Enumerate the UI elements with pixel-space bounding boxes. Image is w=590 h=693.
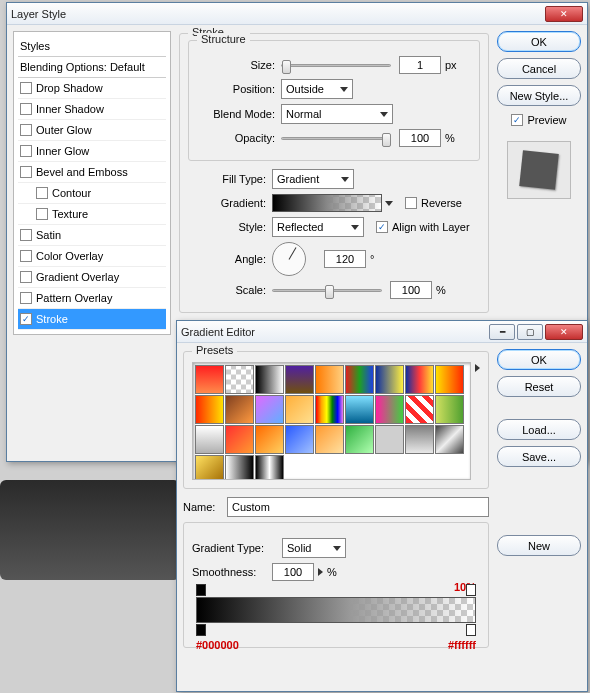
minimize-icon[interactable]: ━: [489, 324, 515, 340]
name-field[interactable]: Custom: [227, 497, 489, 517]
preset-swatch[interactable]: [255, 455, 284, 480]
opacity-value[interactable]: 100: [399, 129, 441, 147]
opacity-stop-left[interactable]: [196, 584, 206, 596]
gradient-editor-titlebar[interactable]: Gradient Editor ━ ▢ ✕: [177, 321, 587, 343]
preset-swatch[interactable]: [195, 455, 224, 480]
reverse-label: Reverse: [421, 197, 462, 209]
cancel-button[interactable]: Cancel: [497, 58, 581, 79]
preset-swatch[interactable]: [225, 425, 254, 454]
preset-swatch[interactable]: [255, 365, 284, 394]
style-item-contour[interactable]: Contour: [18, 183, 166, 204]
chevron-down-icon[interactable]: [385, 201, 393, 206]
style-item-checkbox[interactable]: [20, 166, 32, 178]
color-stop-left[interactable]: [196, 624, 206, 636]
scale-slider[interactable]: [272, 289, 382, 292]
style-item-texture[interactable]: Texture: [18, 204, 166, 225]
preset-swatch[interactable]: [375, 395, 404, 424]
size-unit: px: [445, 59, 457, 71]
layer-style-titlebar[interactable]: Layer Style ✕: [7, 3, 587, 25]
close-icon[interactable]: ✕: [545, 324, 583, 340]
style-item-stroke[interactable]: ✓Stroke: [18, 309, 166, 330]
preset-swatch[interactable]: [225, 365, 254, 394]
preset-menu-icon[interactable]: [475, 364, 480, 372]
style-item-inner-shadow[interactable]: Inner Shadow: [18, 99, 166, 120]
close-icon[interactable]: ✕: [545, 6, 583, 22]
style-item-color-overlay[interactable]: Color Overlay: [18, 246, 166, 267]
style-item-checkbox[interactable]: [36, 208, 48, 220]
style-item-checkbox[interactable]: [20, 82, 32, 94]
preset-swatch[interactable]: [255, 425, 284, 454]
preset-swatch[interactable]: [255, 395, 284, 424]
style-select[interactable]: Reflected: [272, 217, 364, 237]
preset-swatch[interactable]: [285, 395, 314, 424]
preset-swatch[interactable]: [315, 395, 344, 424]
align-checkbox[interactable]: ✓: [376, 221, 388, 233]
preset-swatch[interactable]: [315, 365, 344, 394]
styles-header[interactable]: Styles: [18, 36, 166, 57]
save-button[interactable]: Save...: [497, 446, 581, 467]
blendmode-select[interactable]: Normal: [281, 104, 393, 124]
blending-options-header[interactable]: Blending Options: Default: [18, 57, 166, 78]
preset-swatch[interactable]: [285, 425, 314, 454]
style-item-checkbox[interactable]: [36, 187, 48, 199]
style-item-checkbox[interactable]: [20, 145, 32, 157]
preset-swatch[interactable]: [195, 365, 224, 394]
opacity-stop-right[interactable]: [466, 584, 476, 596]
preset-swatch[interactable]: [405, 425, 434, 454]
preset-swatch[interactable]: [375, 425, 404, 454]
preset-swatch[interactable]: [405, 365, 434, 394]
preview-checkbox[interactable]: ✓: [511, 114, 523, 126]
preset-swatch[interactable]: [285, 365, 314, 394]
style-item-gradient-overlay[interactable]: Gradient Overlay: [18, 267, 166, 288]
ok-button[interactable]: OK: [497, 31, 581, 52]
preset-swatch[interactable]: [435, 425, 464, 454]
style-item-checkbox[interactable]: [20, 250, 32, 262]
position-select[interactable]: Outside: [281, 79, 353, 99]
preset-swatch[interactable]: [195, 395, 224, 424]
gradient-type-select[interactable]: Solid: [282, 538, 346, 558]
style-item-drop-shadow[interactable]: Drop Shadow: [18, 78, 166, 99]
scale-value[interactable]: 100: [390, 281, 432, 299]
preset-swatch[interactable]: [195, 425, 224, 454]
preset-swatch[interactable]: [345, 425, 374, 454]
preset-swatch[interactable]: [225, 395, 254, 424]
filltype-select[interactable]: Gradient: [272, 169, 354, 189]
style-item-outer-glow[interactable]: Outer Glow: [18, 120, 166, 141]
maximize-icon[interactable]: ▢: [517, 324, 543, 340]
new-button[interactable]: New: [497, 535, 581, 556]
reset-button[interactable]: Reset: [497, 376, 581, 397]
reverse-checkbox[interactable]: [405, 197, 417, 209]
style-item-checkbox[interactable]: [20, 271, 32, 283]
style-item-checkbox[interactable]: ✓: [20, 313, 32, 325]
load-button[interactable]: Load...: [497, 419, 581, 440]
preset-swatch[interactable]: [315, 425, 344, 454]
color-stop-right[interactable]: [466, 624, 476, 636]
preset-swatch[interactable]: [345, 365, 374, 394]
style-item-bevel-and-emboss[interactable]: Bevel and Emboss: [18, 162, 166, 183]
preset-swatch[interactable]: [405, 395, 434, 424]
gradient-bar[interactable]: [196, 597, 476, 623]
preset-swatch[interactable]: [435, 365, 464, 394]
smoothness-stepper-icon[interactable]: [318, 568, 323, 576]
smoothness-value[interactable]: 100: [272, 563, 314, 581]
style-item-satin[interactable]: Satin: [18, 225, 166, 246]
size-value[interactable]: 1: [399, 56, 441, 74]
preset-swatch[interactable]: [435, 395, 464, 424]
style-item-label: Gradient Overlay: [36, 271, 119, 283]
preset-swatch[interactable]: [375, 365, 404, 394]
opacity-slider[interactable]: [281, 137, 391, 140]
style-item-checkbox[interactable]: [20, 124, 32, 136]
angle-value[interactable]: 120: [324, 250, 366, 268]
angle-dial[interactable]: [272, 242, 306, 276]
new-style-button[interactable]: New Style...: [497, 85, 581, 106]
ok-button[interactable]: OK: [497, 349, 581, 370]
gradient-picker[interactable]: [272, 194, 382, 212]
style-item-checkbox[interactable]: [20, 103, 32, 115]
preset-swatch[interactable]: [225, 455, 254, 480]
style-item-pattern-overlay[interactable]: Pattern Overlay: [18, 288, 166, 309]
style-item-checkbox[interactable]: [20, 292, 32, 304]
preset-swatch[interactable]: [345, 395, 374, 424]
size-slider[interactable]: [281, 64, 391, 67]
style-item-checkbox[interactable]: [20, 229, 32, 241]
style-item-inner-glow[interactable]: Inner Glow: [18, 141, 166, 162]
